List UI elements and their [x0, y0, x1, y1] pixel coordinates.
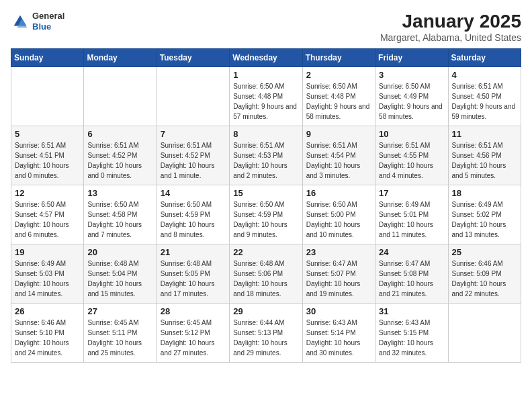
day-number: 25 — [452, 247, 517, 257]
calendar-week-row: 19Sunrise: 6:49 AMSunset: 5:03 PMDayligh… — [11, 244, 521, 304]
calendar-day-cell — [157, 67, 229, 126]
day-number: 13 — [87, 188, 152, 198]
day-number: 21 — [161, 247, 226, 257]
day-number: 23 — [306, 247, 371, 257]
day-info: Sunrise: 6:48 AMSunset: 5:05 PMDaylight:… — [161, 259, 226, 299]
day-info: Sunrise: 6:51 AMSunset: 4:53 PMDaylight:… — [233, 140, 298, 181]
weekday-header: Saturday — [448, 49, 521, 67]
day-info: Sunrise: 6:48 AMSunset: 5:06 PMDaylight:… — [233, 259, 298, 299]
calendar-day-cell: 23Sunrise: 6:47 AMSunset: 5:07 PMDayligh… — [302, 244, 375, 304]
day-info: Sunrise: 6:51 AMSunset: 4:55 PMDaylight:… — [379, 140, 444, 181]
weekday-header: Friday — [375, 49, 448, 67]
logo-text: General Blue — [32, 11, 64, 32]
day-info: Sunrise: 6:51 AMSunset: 4:51 PMDaylight:… — [15, 140, 80, 181]
day-number: 12 — [15, 188, 80, 198]
day-info: Sunrise: 6:44 AMSunset: 5:13 PMDaylight:… — [233, 318, 298, 358]
calendar-day-cell: 7Sunrise: 6:51 AMSunset: 4:52 PMDaylight… — [157, 126, 229, 185]
day-info: Sunrise: 6:49 AMSunset: 5:02 PMDaylight:… — [452, 199, 517, 240]
day-number: 15 — [233, 188, 298, 198]
calendar-day-cell: 13Sunrise: 6:50 AMSunset: 4:58 PMDayligh… — [84, 185, 157, 244]
calendar-day-cell: 19Sunrise: 6:49 AMSunset: 5:03 PMDayligh… — [11, 244, 84, 304]
day-info: Sunrise: 6:50 AMSunset: 5:00 PMDaylight:… — [306, 199, 371, 240]
calendar-day-cell: 1Sunrise: 6:50 AMSunset: 4:48 PMDaylight… — [230, 67, 302, 126]
calendar-day-cell: 12Sunrise: 6:50 AMSunset: 4:57 PMDayligh… — [11, 185, 84, 244]
calendar-day-cell: 15Sunrise: 6:50 AMSunset: 4:59 PMDayligh… — [230, 185, 302, 244]
calendar-subtitle: Margaret, Alabama, United States — [380, 32, 521, 43]
day-number: 28 — [161, 306, 226, 316]
day-number: 18 — [452, 188, 517, 198]
calendar-day-cell: 25Sunrise: 6:46 AMSunset: 5:09 PMDayligh… — [448, 244, 521, 304]
logo-icon — [11, 12, 30, 31]
calendar-week-row: 26Sunrise: 6:46 AMSunset: 5:10 PMDayligh… — [11, 304, 521, 363]
day-info: Sunrise: 6:50 AMSunset: 4:58 PMDaylight:… — [87, 199, 152, 240]
calendar-day-cell: 22Sunrise: 6:48 AMSunset: 5:06 PMDayligh… — [230, 244, 302, 304]
weekday-header: Sunday — [11, 49, 84, 67]
calendar-day-cell: 29Sunrise: 6:44 AMSunset: 5:13 PMDayligh… — [230, 304, 302, 363]
day-number: 30 — [306, 306, 371, 316]
calendar-day-cell: 30Sunrise: 6:43 AMSunset: 5:14 PMDayligh… — [302, 304, 375, 363]
page-header: General Blue January 2025 Margaret, Alab… — [11, 11, 521, 43]
day-number: 31 — [379, 306, 444, 316]
weekday-header-row: SundayMondayTuesdayWednesdayThursdayFrid… — [11, 49, 521, 67]
day-number: 2 — [306, 70, 371, 80]
calendar-day-cell: 9Sunrise: 6:51 AMSunset: 4:54 PMDaylight… — [302, 126, 375, 185]
day-number: 6 — [87, 129, 152, 139]
calendar-week-row: 1Sunrise: 6:50 AMSunset: 4:48 PMDaylight… — [11, 67, 521, 126]
calendar-day-cell: 6Sunrise: 6:51 AMSunset: 4:52 PMDaylight… — [84, 126, 157, 185]
day-info: Sunrise: 6:47 AMSunset: 5:07 PMDaylight:… — [306, 259, 371, 299]
calendar-day-cell: 28Sunrise: 6:45 AMSunset: 5:12 PMDayligh… — [157, 304, 229, 363]
day-number: 3 — [379, 70, 444, 80]
day-number: 14 — [161, 188, 226, 198]
day-info: Sunrise: 6:45 AMSunset: 5:12 PMDaylight:… — [161, 318, 226, 358]
day-info: Sunrise: 6:49 AMSunset: 5:03 PMDaylight:… — [15, 259, 80, 299]
day-info: Sunrise: 6:43 AMSunset: 5:15 PMDaylight:… — [379, 318, 444, 358]
logo-general: General — [32, 11, 64, 21]
day-number: 5 — [15, 129, 80, 139]
day-number: 4 — [452, 70, 517, 80]
calendar-title: January 2025 — [380, 11, 521, 32]
calendar-day-cell — [84, 67, 157, 126]
calendar-day-cell: 21Sunrise: 6:48 AMSunset: 5:05 PMDayligh… — [157, 244, 229, 304]
calendar-week-row: 12Sunrise: 6:50 AMSunset: 4:57 PMDayligh… — [11, 185, 521, 244]
day-info: Sunrise: 6:47 AMSunset: 5:08 PMDaylight:… — [379, 259, 444, 299]
weekday-header: Tuesday — [157, 49, 229, 67]
calendar-table: SundayMondayTuesdayWednesdayThursdayFrid… — [11, 48, 521, 363]
day-number: 11 — [452, 129, 517, 139]
day-info: Sunrise: 6:50 AMSunset: 4:59 PMDaylight:… — [161, 199, 226, 240]
calendar-day-cell: 16Sunrise: 6:50 AMSunset: 5:00 PMDayligh… — [302, 185, 375, 244]
day-info: Sunrise: 6:46 AMSunset: 5:09 PMDaylight:… — [452, 259, 517, 299]
day-info: Sunrise: 6:45 AMSunset: 5:11 PMDaylight:… — [87, 318, 152, 358]
weekday-header: Wednesday — [230, 49, 302, 67]
day-number: 24 — [379, 247, 444, 257]
calendar-day-cell: 5Sunrise: 6:51 AMSunset: 4:51 PMDaylight… — [11, 126, 84, 185]
day-info: Sunrise: 6:50 AMSunset: 4:49 PMDaylight:… — [379, 81, 444, 122]
calendar-day-cell: 4Sunrise: 6:51 AMSunset: 4:50 PMDaylight… — [448, 67, 521, 126]
day-number: 17 — [379, 188, 444, 198]
calendar-day-cell: 27Sunrise: 6:45 AMSunset: 5:11 PMDayligh… — [84, 304, 157, 363]
day-info: Sunrise: 6:51 AMSunset: 4:54 PMDaylight:… — [306, 140, 371, 181]
day-info: Sunrise: 6:50 AMSunset: 4:48 PMDaylight:… — [233, 81, 298, 122]
day-number: 8 — [233, 129, 298, 139]
day-info: Sunrise: 6:51 AMSunset: 4:52 PMDaylight:… — [87, 140, 152, 181]
day-info: Sunrise: 6:48 AMSunset: 5:04 PMDaylight:… — [87, 259, 152, 299]
day-info: Sunrise: 6:50 AMSunset: 4:57 PMDaylight:… — [15, 199, 80, 240]
calendar-day-cell: 17Sunrise: 6:49 AMSunset: 5:01 PMDayligh… — [375, 185, 448, 244]
day-info: Sunrise: 6:50 AMSunset: 4:59 PMDaylight:… — [233, 199, 298, 240]
calendar-day-cell: 20Sunrise: 6:48 AMSunset: 5:04 PMDayligh… — [84, 244, 157, 304]
day-number: 7 — [161, 129, 226, 139]
day-info: Sunrise: 6:51 AMSunset: 4:56 PMDaylight:… — [452, 140, 517, 181]
calendar-day-cell — [11, 67, 84, 126]
calendar-day-cell — [448, 304, 521, 363]
day-number: 20 — [87, 247, 152, 257]
day-info: Sunrise: 6:43 AMSunset: 5:14 PMDaylight:… — [306, 318, 371, 358]
calendar-day-cell: 11Sunrise: 6:51 AMSunset: 4:56 PMDayligh… — [448, 126, 521, 185]
calendar-day-cell: 2Sunrise: 6:50 AMSunset: 4:48 PMDaylight… — [302, 67, 375, 126]
logo: General Blue — [11, 11, 64, 32]
day-number: 27 — [87, 306, 152, 316]
calendar-day-cell: 18Sunrise: 6:49 AMSunset: 5:02 PMDayligh… — [448, 185, 521, 244]
day-number: 19 — [15, 247, 80, 257]
day-number: 1 — [233, 70, 298, 80]
day-number: 29 — [233, 306, 298, 316]
calendar-day-cell: 31Sunrise: 6:43 AMSunset: 5:15 PMDayligh… — [375, 304, 448, 363]
day-info: Sunrise: 6:49 AMSunset: 5:01 PMDaylight:… — [379, 199, 444, 240]
